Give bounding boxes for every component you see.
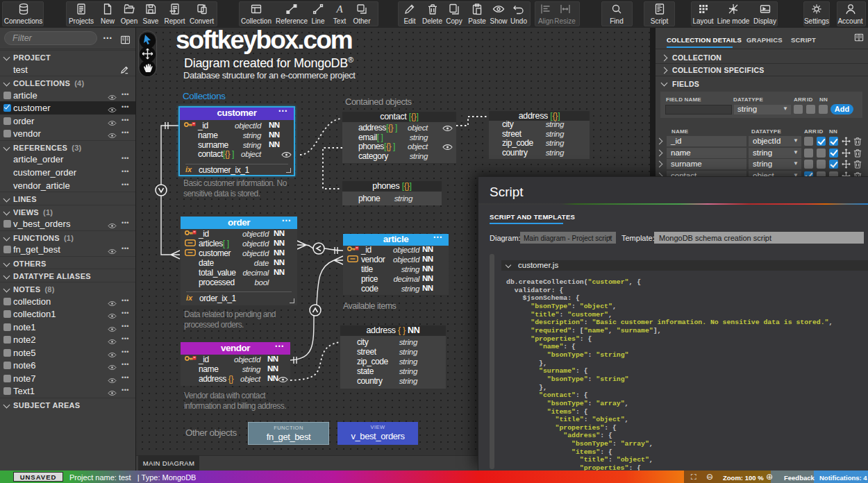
svg-text:A: A	[335, 3, 343, 15]
